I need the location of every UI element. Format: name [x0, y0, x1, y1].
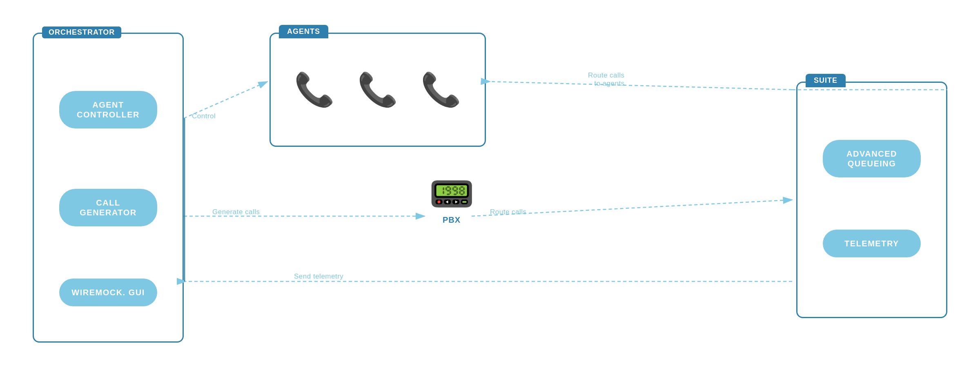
agent-controller-button[interactable]: AGENTCONTROLLER — [59, 91, 157, 128]
call-generator-button[interactable]: CALLGENERATOR — [59, 189, 157, 226]
orchestrator-box: ORCHESTRATOR AGENTCONTROLLER CALLGENERAT… — [33, 33, 184, 343]
pbx-icon: 📟 — [429, 175, 474, 212]
agents-box: AGENTS 📞 📞 📞 — [270, 33, 486, 147]
pbx-container: 📟 PBX — [429, 175, 474, 225]
phone-icon-3: 📞 — [421, 73, 461, 106]
orchestrator-label: ORCHESTRATOR — [42, 27, 121, 38]
advanced-queueing-button[interactable]: ADVANCEDQUEUEING — [823, 140, 921, 177]
diagram-container: ORCHESTRATOR AGENTCONTROLLER CALLGENERAT… — [0, 0, 980, 374]
phone-icon-1: 📞 — [294, 73, 335, 106]
agents-label: AGENTS — [279, 25, 328, 38]
phone-icon-2: 📞 — [357, 73, 398, 106]
control-label: Control — [192, 112, 216, 120]
wiremock-button[interactable]: WIREMOCK. GUI — [59, 279, 157, 306]
route-to-agents-arrow — [490, 82, 792, 90]
suite-box: SUITE ADVANCEDQUEUEING TELEMETRY — [796, 82, 947, 318]
route-calls-label: Route calls — [490, 208, 527, 216]
send-telemetry-label: Send telemetry — [294, 272, 343, 281]
telemetry-button[interactable]: TELEMETRY — [823, 230, 921, 257]
pbx-label: PBX — [443, 215, 461, 225]
suite-label: SUITE — [806, 74, 846, 87]
agents-icons: 📞 📞 📞 — [271, 34, 485, 146]
route-calls-to-agents-label: Route callsto agents — [588, 71, 625, 88]
generate-calls-label: Generate calls — [212, 208, 260, 216]
